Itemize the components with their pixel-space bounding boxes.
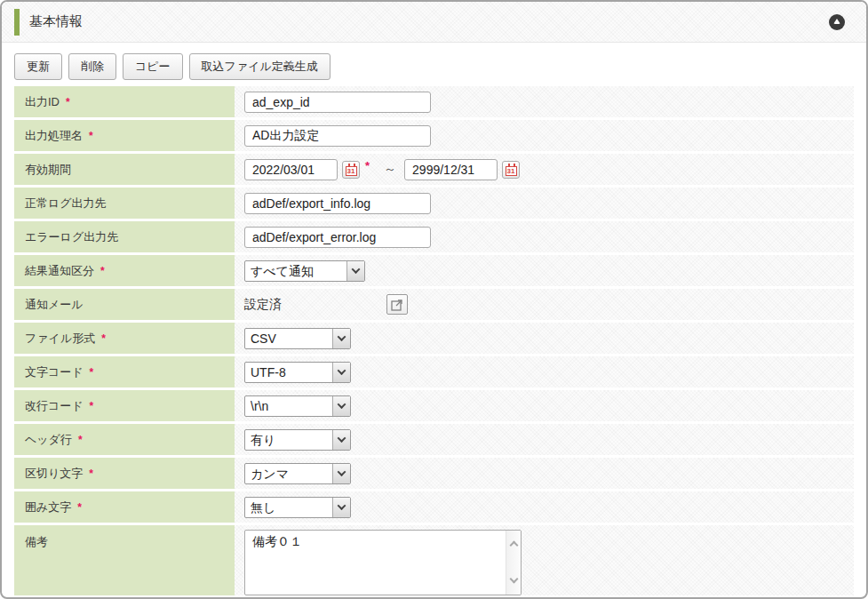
required-mark: * xyxy=(89,467,93,480)
basic-info-panel: 基本情報 更新 削除 コピー 取込ファイル定義生成 出力ID * 出力処理名 * xyxy=(0,0,868,599)
row-process-name: 出力処理名 * xyxy=(14,120,854,151)
required-mark: * xyxy=(78,434,83,446)
update-button[interactable]: 更新 xyxy=(14,53,62,80)
notify-mail-label: 通知メール xyxy=(14,289,235,320)
row-file-format: ファイル形式 * CSV xyxy=(14,323,854,354)
row-notify-type: 結果通知区分 * すべて通知 xyxy=(14,255,854,286)
scroll-up-icon[interactable] xyxy=(509,541,518,550)
required-mark: * xyxy=(365,159,370,172)
file-format-label: ファイル形式 * xyxy=(14,323,235,354)
open-mail-settings-button[interactable] xyxy=(386,294,408,315)
header-row-label: ヘッダ行 * xyxy=(14,424,235,455)
row-newline-code: 改行コード * \r\n xyxy=(14,390,854,421)
char-code-select[interactable]: UTF-8 xyxy=(245,363,350,382)
required-mark: * xyxy=(90,400,94,412)
required-mark: * xyxy=(89,130,93,142)
header-row-select[interactable]: 有り xyxy=(245,430,350,450)
collapse-button[interactable] xyxy=(829,14,845,30)
notify-type-label: 結果通知区分 * xyxy=(14,255,235,286)
panel-header: 基本情報 xyxy=(2,2,866,43)
error-log-input[interactable] xyxy=(244,227,431,248)
form: 出力ID * 出力処理名 * 有効期間 xyxy=(14,86,854,595)
required-mark: * xyxy=(77,501,82,514)
enclosure-label: 囲み文字 * xyxy=(14,491,235,523)
valid-period-end-input[interactable] xyxy=(404,159,498,180)
row-header-row: ヘッダ行 * 有り xyxy=(14,424,854,455)
newline-code-label: 改行コード * xyxy=(14,390,235,421)
process-name-label: 出力処理名 * xyxy=(14,120,235,151)
textarea-scrollbar[interactable] xyxy=(506,531,521,595)
output-id-input[interactable] xyxy=(244,92,431,113)
toolbar: 更新 削除 コピー 取込ファイル定義生成 xyxy=(2,43,866,84)
scroll-down-icon[interactable] xyxy=(509,575,518,584)
required-mark: * xyxy=(101,332,106,345)
required-mark: * xyxy=(90,366,94,379)
char-code-label: 文字コード * xyxy=(14,356,235,387)
required-mark: * xyxy=(66,96,70,108)
error-log-label: エラーログ出力先 xyxy=(14,221,235,252)
file-format-select[interactable]: CSV xyxy=(245,329,350,348)
start-date-calendar-button[interactable]: 31 xyxy=(342,161,360,179)
row-output-id: 出力ID * xyxy=(14,86,854,117)
info-log-label: 正常ログ出力先 xyxy=(14,188,235,219)
required-mark: * xyxy=(100,265,105,277)
row-error-log: エラーログ出力先 xyxy=(14,221,854,252)
enclosure-select[interactable]: 無し xyxy=(245,498,350,517)
row-valid-period: 有効期間 31 * ～ 31 xyxy=(14,154,854,185)
notify-type-select[interactable]: すべて通知 xyxy=(245,261,364,281)
remarks-label: 備考 xyxy=(14,525,235,595)
delimiter-label: 区切り文字 * xyxy=(14,458,235,489)
row-char-code: 文字コード * UTF-8 xyxy=(14,356,854,387)
valid-period-start-input[interactable] xyxy=(244,159,338,180)
calendar-icon: 31 xyxy=(506,166,517,176)
delimiter-select[interactable]: カンマ xyxy=(245,464,350,483)
open-window-icon xyxy=(391,299,403,311)
header-accent-bar xyxy=(14,9,20,36)
info-log-input[interactable] xyxy=(244,193,431,214)
remarks-textarea[interactable]: 備考０１ xyxy=(245,531,506,595)
end-date-calendar-button[interactable]: 31 xyxy=(502,161,520,179)
panel-title: 基本情報 xyxy=(29,13,83,30)
row-delimiter: 区切り文字 * カンマ xyxy=(14,458,854,489)
notify-mail-status: 設定済 xyxy=(244,297,282,313)
row-remarks: 備考 備考０１ xyxy=(14,525,854,595)
calendar-icon: 31 xyxy=(346,166,357,176)
row-notify-mail: 通知メール 設定済 xyxy=(14,289,854,320)
newline-code-select[interactable]: \r\n xyxy=(245,396,350,416)
range-separator: ～ xyxy=(384,162,396,178)
output-id-label: 出力ID * xyxy=(14,86,235,117)
valid-period-label: 有効期間 xyxy=(14,154,235,185)
copy-button[interactable]: コピー xyxy=(123,53,183,80)
generate-import-file-definition-button[interactable]: 取込ファイル定義生成 xyxy=(189,53,330,80)
row-enclosure: 囲み文字 * 無し xyxy=(14,491,854,523)
delete-button[interactable]: 削除 xyxy=(68,53,116,80)
process-name-input[interactable] xyxy=(244,125,431,147)
row-info-log: 正常ログ出力先 xyxy=(14,188,854,219)
chevron-up-icon xyxy=(833,19,840,24)
